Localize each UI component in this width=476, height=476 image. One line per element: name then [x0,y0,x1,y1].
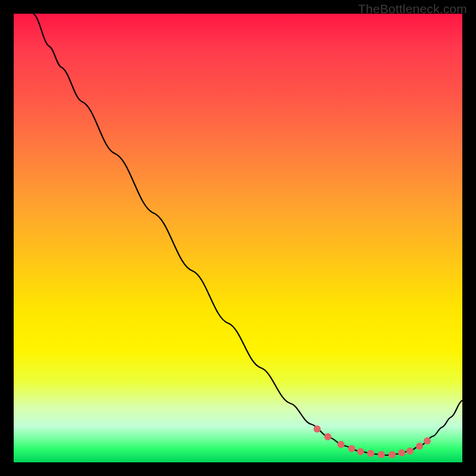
highlight-dot [337,441,345,448]
highlight-dot [424,437,431,444]
plot-area [14,14,462,462]
highlight-dot [389,451,396,458]
chart-stage: TheBottleneck.com [0,0,476,476]
highlight-dot [406,447,414,455]
highlight-dot [378,451,385,458]
highlight-dot [398,449,405,456]
highlight-dot [324,433,331,440]
bottleneck-curve [33,14,462,455]
highlight-dot [367,450,374,457]
highlight-dot [314,425,321,433]
curve-svg [14,14,462,462]
highlight-dot [416,443,423,450]
highlight-dot [357,448,364,455]
highlight-dot [348,445,355,452]
